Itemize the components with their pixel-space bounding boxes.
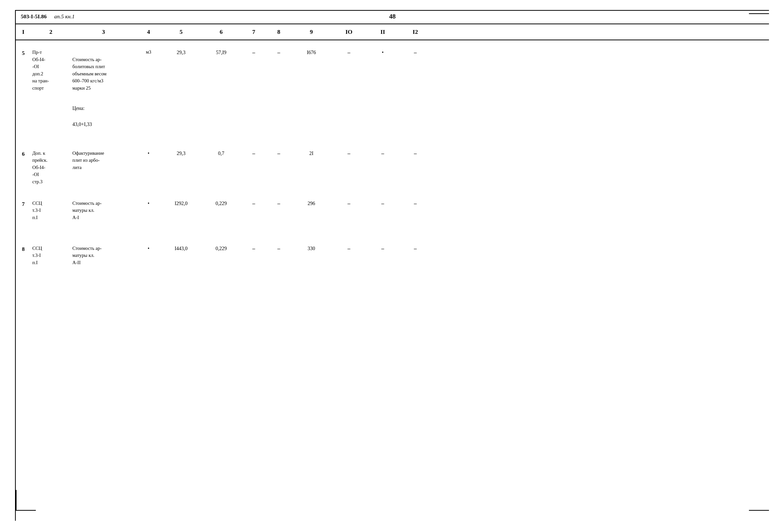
row-col8-8: – <box>266 244 291 254</box>
row-col7-6: – <box>241 149 266 158</box>
doc-number: 503-I-5I.86 <box>21 13 47 20</box>
row-col6-6: 0,7 <box>201 149 241 158</box>
row-desc-6: Офактуривание плит из арбо- лита <box>71 149 136 172</box>
row-col11-5: • <box>366 48 399 57</box>
page-container: 503-I-5I.86 ап.5 кн.1 48 I 2 3 4 5 6 7 8… <box>15 10 769 521</box>
row-col12-8: – <box>399 244 431 254</box>
row-col10-8: – <box>331 244 366 254</box>
top-bar: 503-I-5I.86 ап.5 кн.1 48 <box>16 11 769 22</box>
row-col8-7: – <box>266 199 291 209</box>
table-row: 7 ССЦ т.3-I п.I Стоимость ар- матуры кл.… <box>16 191 769 236</box>
row-col5-6: 29,3 <box>161 149 201 158</box>
col-header-8: 8 <box>266 27 291 36</box>
row-col10-6: – <box>331 149 366 158</box>
bottom-right-line <box>749 510 769 511</box>
header-row: I 2 3 4 5 6 7 8 9 IO II I2 <box>16 24 769 40</box>
row-col9-8: 330 <box>291 244 331 253</box>
row-col10-5: – <box>331 48 366 58</box>
row-num-5: 5 <box>16 48 31 58</box>
row-num-7: 7 <box>16 199 31 209</box>
row-desc-5: Стоимость ар- болитовых плит объемным ве… <box>71 48 136 137</box>
row-col12-7: – <box>399 199 431 209</box>
col-header-1: I <box>16 27 31 36</box>
col-header-2: 2 <box>31 27 71 36</box>
row-col6-7: 0,229 <box>201 199 241 208</box>
row-num-8: 8 <box>16 244 31 254</box>
row-ref-6: Доп. к прейск. Об-I4- -OI стр.3 <box>31 149 71 186</box>
data-section: 5 Пр-т Об-I4- -OI доп.2 на тран- спорт С… <box>16 40 769 282</box>
row-col5-8: I443,0 <box>161 244 201 253</box>
row-ref-5: Пр-т Об-I4- -OI доп.2 на тран- спорт <box>31 48 71 93</box>
col-header-4: 4 <box>136 27 161 36</box>
row-desc-8: Стоимость ар- матуры кл. А-II <box>71 244 136 267</box>
col-header-10: IO <box>331 27 366 36</box>
row-ref-7: ССЦ т.3-I п.I <box>31 199 71 222</box>
row-col6-8: 0,229 <box>201 244 241 253</box>
col-header-7: 7 <box>241 27 266 36</box>
row-col9-5: I676 <box>291 48 331 57</box>
row-col8-5: – <box>266 48 291 58</box>
row-col11-8: – <box>366 244 399 254</box>
row-col7-8: – <box>241 244 266 254</box>
bottom-left-corner <box>16 490 36 511</box>
row-col12-6: – <box>399 149 431 158</box>
row-desc-7: Стоимость ар- матуры кл. А-I <box>71 199 136 222</box>
col-header-5: 5 <box>161 27 201 36</box>
table-row: 8 ССЦ т.3-I п.I Стоимость ар- матуры кл.… <box>16 236 769 282</box>
table-row: 6 Доп. к прейск. Об-I4- -OI стр.3 Офакту… <box>16 141 769 191</box>
row-col7-7: – <box>241 199 266 209</box>
col-header-6: 6 <box>201 27 241 36</box>
top-right-line <box>749 13 769 14</box>
col-header-11: II <box>366 27 399 36</box>
table-row: 5 Пр-т Об-I4- -OI доп.2 на тран- спорт С… <box>16 40 769 141</box>
row-col9-7: 296 <box>291 199 331 208</box>
col-header-3: 3 <box>71 27 136 36</box>
row-col5-7: I292,0 <box>161 199 201 208</box>
row-col9-6: 2I <box>291 149 331 158</box>
price-label-5: Цена: 43,0+I,33 <box>73 96 135 128</box>
row-col6-5: 57,I9 <box>201 48 241 57</box>
row-col11-7: – <box>366 199 399 209</box>
row-col7-5: – <box>241 48 266 58</box>
row-unit-7: • <box>136 199 161 208</box>
row-col8-6: – <box>266 149 291 158</box>
row-unit-5: м3 <box>136 48 161 57</box>
page-number: 48 <box>389 13 396 20</box>
row-col10-7: – <box>331 199 366 209</box>
row-unit-6: • <box>136 149 161 158</box>
row-col11-6: – <box>366 149 399 158</box>
col-header-9: 9 <box>291 27 331 36</box>
col-header-12: I2 <box>399 27 431 36</box>
row-col5-5: 29,3 <box>161 48 201 57</box>
doc-subtitle: ап.5 кн.1 <box>54 13 75 20</box>
row-num-6: 6 <box>16 149 31 159</box>
row-col12-5: – <box>399 48 431 58</box>
row-unit-8: • <box>136 244 161 253</box>
row-ref-8: ССЦ т.3-I п.I <box>31 244 71 267</box>
